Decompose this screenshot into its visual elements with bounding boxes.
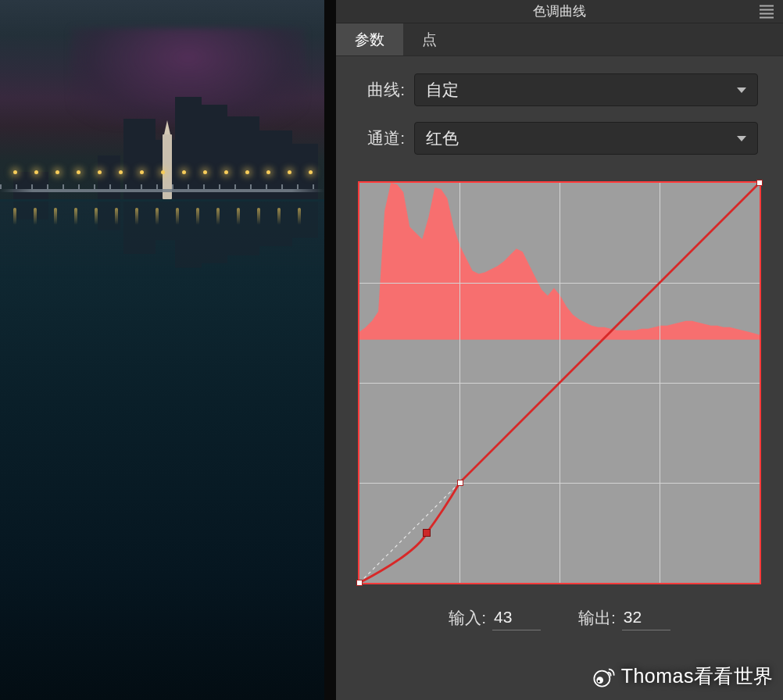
curve-controls: 曲线: 自定 通道: 红色 xyxy=(336,56,783,181)
curve-point-mid[interactable] xyxy=(457,480,463,486)
city-lights xyxy=(13,170,325,180)
input-field[interactable] xyxy=(492,605,541,630)
light-reflection xyxy=(13,208,325,231)
chevron-down-icon xyxy=(737,88,746,93)
grid-line xyxy=(359,283,760,284)
output-label: 输出: xyxy=(578,607,616,629)
io-readout: 输入: 输出: xyxy=(336,584,783,662)
grid-line xyxy=(359,383,760,384)
tone-curve-panel: 色调曲线 参数 点 曲线: 自定 通道: 红色 xyxy=(336,0,783,700)
bridge xyxy=(0,189,324,192)
tab-point[interactable]: 点 xyxy=(403,23,456,55)
panel-header: 色调曲线 xyxy=(336,0,783,23)
panel-title: 色调曲线 xyxy=(533,2,586,20)
channel-select[interactable]: 红色 xyxy=(414,122,758,155)
image-preview[interactable] xyxy=(0,0,324,700)
tab-spacer xyxy=(456,23,783,55)
input-label: 输入: xyxy=(449,607,486,629)
chevron-down-icon xyxy=(737,136,746,141)
city-skyline xyxy=(0,80,324,199)
curve-point-highlight[interactable] xyxy=(756,180,763,186)
grid-line xyxy=(359,483,760,484)
curve-point-active[interactable] xyxy=(423,529,431,537)
select-value: 红色 xyxy=(426,127,459,149)
select-value: 自定 xyxy=(426,79,459,101)
tab-label: 参数 xyxy=(355,30,384,50)
panel-menu-icon[interactable] xyxy=(760,5,774,18)
tab-bar: 参数 点 xyxy=(336,23,783,56)
tab-parametric[interactable]: 参数 xyxy=(336,23,403,55)
curve-editor[interactable] xyxy=(358,181,761,584)
curve-point-shadow[interactable] xyxy=(356,580,363,586)
curve-label: 曲线: xyxy=(361,79,405,101)
panel-divider[interactable] xyxy=(324,0,336,700)
tab-label: 点 xyxy=(422,30,437,50)
channel-label: 通道: xyxy=(361,127,405,149)
curve-select[interactable]: 自定 xyxy=(414,73,758,106)
output-field[interactable] xyxy=(622,605,670,630)
